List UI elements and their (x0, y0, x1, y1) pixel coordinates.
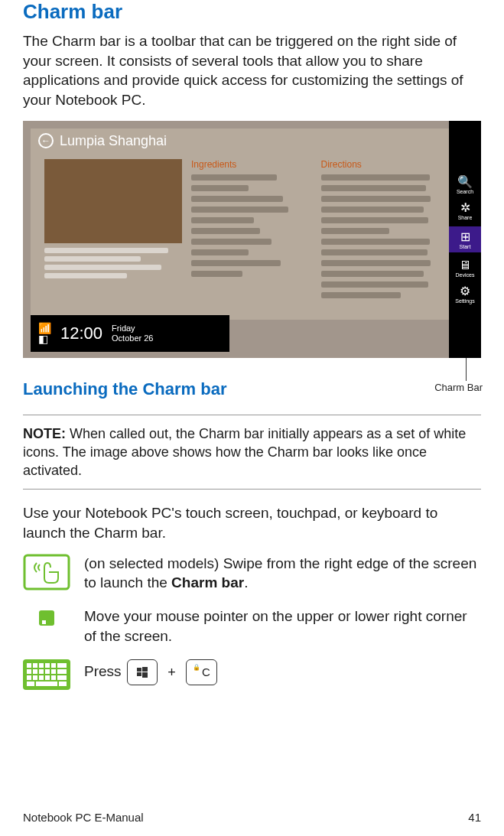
clock-time: 12:00 (60, 324, 102, 343)
touchpad-icon (23, 607, 70, 626)
recipe-title: Lumpia Shanghai (60, 133, 167, 149)
ingredients-label: Ingredients (191, 159, 306, 170)
windows-icon: ⊞ (449, 229, 481, 244)
recipe-app-background: ← Lumpia Shanghai Ingredients (31, 128, 473, 320)
c-key: 🔒C (186, 659, 217, 685)
plus-separator: + (167, 665, 176, 680)
svg-rect-7 (45, 663, 50, 668)
callout-label: Charm Bar (434, 382, 483, 393)
instruction-keyboard: Press + 🔒C (23, 659, 481, 690)
charm-start[interactable]: ⊞ Start (449, 226, 481, 252)
windows-key (127, 659, 158, 685)
keyboard-icon (23, 659, 70, 690)
svg-rect-22 (27, 681, 34, 686)
ingredients-column: Ingredients (191, 159, 306, 312)
svg-rect-24 (59, 681, 67, 686)
note-block: NOTE: When called out, the Charm bar ini… (23, 415, 481, 490)
charm-settings[interactable]: ⚙ Settings (449, 284, 481, 304)
charm-settings-label: Settings (455, 298, 474, 304)
recipe-header: ← Lumpia Shanghai (38, 133, 167, 149)
svg-rect-28 (142, 672, 148, 678)
charm-devices[interactable]: 🖥 Devices (449, 259, 481, 278)
directions-column: Directions (321, 159, 436, 312)
instruction-keyboard-text: Press + 🔒C (84, 659, 481, 685)
charm-share[interactable]: ✲ Share (449, 200, 481, 220)
charm-devices-label: Devices (456, 272, 475, 278)
svg-rect-17 (33, 675, 37, 680)
instruction-mouse-text: Move your mouse pointer on the upper or … (84, 607, 481, 646)
page-number: 41 (468, 811, 481, 824)
svg-rect-23 (36, 681, 57, 686)
svg-rect-1 (39, 610, 54, 626)
svg-rect-16 (27, 675, 31, 680)
recipe-columns: Ingredients Directions (191, 159, 435, 312)
note-body: When called out, the Charm bar initially… (23, 426, 466, 479)
directions-label: Directions (321, 159, 436, 170)
svg-rect-2 (42, 620, 46, 624)
clock-date: Friday October 26 (112, 324, 153, 342)
network-icon: 📶◧ (38, 323, 51, 344)
svg-rect-21 (57, 675, 67, 680)
svg-rect-18 (39, 675, 44, 680)
back-icon: ← (38, 133, 54, 148)
svg-rect-0 (24, 555, 69, 589)
share-icon: ✲ (449, 200, 481, 215)
recipe-photo (44, 159, 182, 243)
screenshot-figure: ← Lumpia Shanghai Ingredients (23, 121, 481, 358)
footer-title: Notebook PC E-Manual (23, 811, 144, 824)
svg-rect-6 (39, 663, 44, 668)
screenshot-image: ← Lumpia Shanghai Ingredients (23, 121, 481, 358)
page-heading: Charm bar (23, 0, 481, 24)
charm-search-label: Search (457, 189, 473, 194)
clock-overlay: 📶◧ 12:00 Friday October 26 (31, 315, 229, 352)
use-instructions: Use your Notebook PC's touch screen, tou… (23, 503, 481, 542)
svg-rect-14 (51, 669, 56, 674)
charm-search[interactable]: 🔍 Search (449, 174, 481, 194)
callout-line (466, 358, 467, 381)
svg-rect-4 (27, 663, 31, 668)
instruction-touch-text: (on selected models) Swipe from the righ… (84, 554, 481, 593)
svg-rect-13 (45, 669, 50, 674)
charm-share-label: Share (458, 215, 473, 220)
instruction-mouse: Move your mouse pointer on the upper or … (23, 607, 481, 646)
svg-rect-8 (51, 663, 56, 668)
page-footer: Notebook PC E-Manual 41 (23, 811, 481, 824)
svg-rect-27 (137, 672, 141, 676)
svg-rect-25 (137, 668, 141, 672)
note-prefix: NOTE: (23, 426, 66, 441)
touch-screen-icon (23, 554, 70, 590)
svg-rect-10 (27, 669, 31, 674)
svg-rect-5 (33, 663, 37, 668)
svg-rect-19 (45, 675, 50, 680)
svg-rect-26 (142, 667, 148, 672)
svg-rect-9 (57, 663, 67, 668)
svg-rect-12 (39, 669, 44, 674)
svg-rect-11 (33, 669, 37, 674)
svg-rect-15 (57, 669, 67, 674)
svg-rect-20 (51, 675, 56, 680)
instruction-touch: (on selected models) Swipe from the righ… (23, 554, 481, 593)
devices-icon: 🖥 (449, 259, 481, 272)
recipe-caption (44, 248, 182, 281)
charm-start-label: Start (460, 244, 471, 249)
intro-paragraph: The Charm bar is a toolbar that can be t… (23, 31, 481, 110)
charm-bar[interactable]: 🔍 Search ✲ Share ⊞ Start 🖥 Devices ⚙ Set… (449, 121, 481, 358)
sub-heading: Launching the Charm bar (23, 379, 481, 399)
settings-icon: ⚙ (449, 284, 481, 298)
search-icon: 🔍 (449, 174, 481, 189)
